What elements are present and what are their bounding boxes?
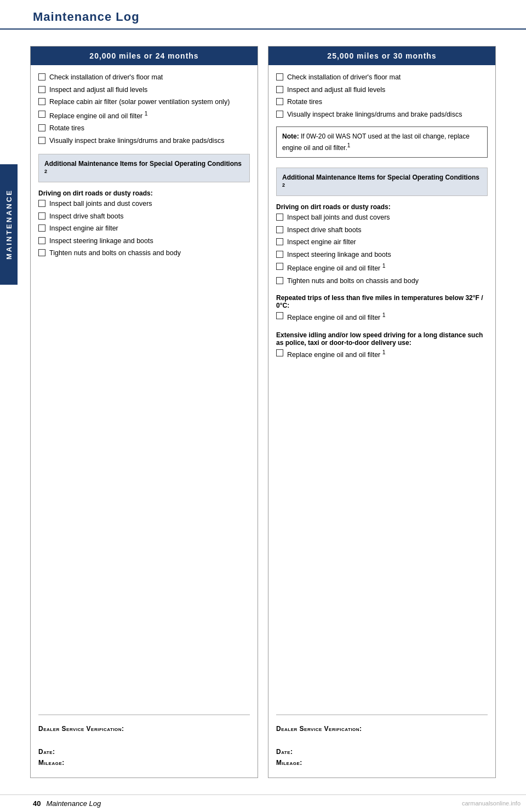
section-box-right: Additional Maintenance Items for Special… bbox=[276, 168, 488, 196]
right-col-body: Check installation of driver's floor mat… bbox=[268, 65, 495, 778]
check-text: Inspect ball joints and dust covers bbox=[49, 199, 152, 209]
left-col-body: Check installation of driver's floor mat… bbox=[31, 65, 258, 778]
right-col-header: 25,000 miles or 30 months bbox=[268, 47, 495, 65]
check-text: Replace engine oil and oil filter 1 bbox=[287, 262, 386, 274]
list-item: Inspect steering linkage and boots bbox=[38, 237, 250, 246]
checkbox[interactable] bbox=[276, 238, 283, 245]
check-text: Tighten nuts and bolts on chassis and bo… bbox=[287, 277, 419, 286]
checkbox[interactable] bbox=[276, 263, 283, 270]
checkbox[interactable] bbox=[276, 98, 283, 105]
check-text: Inspect drive shaft boots bbox=[287, 226, 362, 235]
subsection-title-2: Repeated trips of less than five miles i… bbox=[276, 294, 488, 309]
page: MAINTENANCE Maintenance Log 20,000 miles… bbox=[0, 0, 526, 812]
subsection-title-3: Extensive idling and/or low speed drivin… bbox=[276, 331, 488, 347]
list-item: Check installation of driver's floor mat bbox=[276, 73, 488, 83]
checkbox[interactable] bbox=[276, 73, 283, 80]
superscript: 1 bbox=[382, 349, 386, 355]
list-item: Check installation of driver's floor mat bbox=[38, 73, 250, 83]
checkbox[interactable] bbox=[276, 277, 283, 284]
check-text: Inspect drive shaft boots bbox=[49, 212, 124, 222]
subsection-title-1: Driving on dirt roads or dusty roads: bbox=[276, 203, 488, 211]
check-text: Tighten nuts and bolts on chassis and bo… bbox=[49, 249, 181, 258]
checkbox[interactable] bbox=[38, 237, 45, 244]
superscript: 1 bbox=[382, 312, 386, 318]
check-text: Check installation of driver's floor mat bbox=[49, 73, 163, 83]
check-text: Inspect steering linkage and boots bbox=[49, 237, 153, 246]
check-text: Check installation of driver's floor mat bbox=[287, 73, 401, 83]
sidebar-tab: MAINTENANCE bbox=[0, 164, 18, 285]
list-item: Tighten nuts and bolts on chassis and bo… bbox=[38, 249, 250, 258]
checkbox[interactable] bbox=[38, 249, 45, 256]
date-label: Date: bbox=[276, 748, 488, 756]
checkbox[interactable] bbox=[38, 111, 45, 118]
list-item: Replace engine oil and oil filter 1 bbox=[276, 262, 488, 274]
checkbox[interactable] bbox=[276, 86, 283, 93]
check-text: Rotate tires bbox=[49, 124, 84, 134]
left-col-header: 20,000 miles or 24 months bbox=[31, 47, 258, 65]
page-header: Maintenance Log bbox=[0, 0, 526, 30]
check-text: Visually inspect brake linings/drums and… bbox=[287, 110, 462, 120]
superscript: 1 bbox=[382, 263, 386, 269]
superscript: 1 bbox=[145, 111, 148, 117]
list-item: Replace engine oil and oil filter 1 bbox=[276, 349, 488, 360]
checkbox[interactable] bbox=[276, 214, 283, 221]
list-item: Inspect and adjust all fluid levels bbox=[38, 85, 250, 95]
left-column: 20,000 miles or 24 months Check installa… bbox=[30, 46, 258, 778]
check-text: Inspect ball joints and dust covers bbox=[287, 213, 390, 223]
checkbox[interactable] bbox=[38, 224, 45, 232]
list-item: Inspect engine air filter bbox=[276, 238, 488, 247]
page-number: 40 bbox=[33, 799, 41, 808]
list-item: Replace engine oil and oil filter 1 bbox=[276, 312, 488, 323]
checkbox[interactable] bbox=[38, 86, 45, 93]
list-item: Inspect drive shaft boots bbox=[38, 212, 250, 222]
list-item: Inspect and adjust all fluid levels bbox=[276, 85, 488, 95]
superscript: 2 bbox=[282, 182, 285, 188]
checkbox[interactable] bbox=[276, 111, 283, 118]
note-box: Note: If 0W-20 oil WAS NOT used at the l… bbox=[276, 126, 488, 158]
footer-label: Maintenance Log bbox=[46, 799, 101, 808]
list-item: Tighten nuts and bolts on chassis and bo… bbox=[276, 277, 488, 286]
checkbox[interactable] bbox=[38, 137, 45, 144]
check-text: Replace engine oil and oil filter 1 bbox=[287, 312, 386, 323]
note-label: Note: If 0W-20 oil WAS NOT used at the l… bbox=[282, 133, 470, 152]
sidebar-label: MAINTENANCE bbox=[5, 189, 13, 260]
date-label: Date: bbox=[38, 748, 250, 756]
dealer-verification-label: Dealer Service Verification: bbox=[276, 725, 488, 733]
dealer-section-right: Dealer Service Verification: Date: Milea… bbox=[276, 715, 488, 770]
right-column: 25,000 miles or 30 months Check installa… bbox=[268, 46, 496, 778]
list-item: Inspect steering linkage and boots bbox=[276, 250, 488, 260]
check-text: Inspect and adjust all fluid levels bbox=[287, 85, 385, 95]
watermark: carmanualsonline.info bbox=[462, 800, 521, 807]
subsection-title: Driving on dirt roads or dusty roads: bbox=[38, 189, 250, 197]
mileage-label: Mileage: bbox=[38, 759, 250, 767]
list-item: Inspect ball joints and dust covers bbox=[276, 213, 488, 223]
superscript: 2 bbox=[44, 169, 47, 174]
dealer-section-left: Dealer Service Verification: Date: Milea… bbox=[38, 715, 250, 770]
section-box-title: Additional Maintenance Items for Special… bbox=[44, 160, 242, 177]
check-text: Visually inspect brake linings/drums and… bbox=[49, 136, 224, 146]
list-item: Visually inspect brake linings/drums and… bbox=[276, 110, 488, 120]
list-item: Replace engine oil and oil filter 1 bbox=[38, 110, 250, 122]
check-text: Inspect steering linkage and boots bbox=[287, 250, 391, 260]
check-text: Inspect and adjust all fluid levels bbox=[49, 85, 147, 95]
checkbox[interactable] bbox=[38, 212, 45, 220]
checkbox[interactable] bbox=[38, 124, 45, 131]
section-box-left: Additional Maintenance Items for Special… bbox=[38, 154, 250, 182]
checkbox[interactable] bbox=[276, 349, 283, 356]
checkbox[interactable] bbox=[276, 226, 283, 233]
list-item: Rotate tires bbox=[276, 97, 488, 107]
list-item: Replace cabin air filter (solar power ve… bbox=[38, 97, 250, 107]
checkbox[interactable] bbox=[38, 73, 45, 80]
checkbox[interactable] bbox=[276, 251, 283, 258]
list-item: Rotate tires bbox=[38, 124, 250, 134]
check-text: Inspect engine air filter bbox=[287, 238, 356, 247]
checkbox[interactable] bbox=[38, 200, 45, 207]
checkbox[interactable] bbox=[276, 312, 283, 319]
checkbox[interactable] bbox=[38, 98, 45, 105]
check-text: Replace engine oil and oil filter 1 bbox=[287, 349, 386, 360]
list-item: Visually inspect brake linings/drums and… bbox=[38, 136, 250, 146]
mileage-label: Mileage: bbox=[276, 759, 488, 767]
check-text: Inspect engine air filter bbox=[49, 224, 118, 234]
dealer-verification-label: Dealer Service Verification: bbox=[38, 725, 250, 733]
main-content: 20,000 miles or 24 months Check installa… bbox=[0, 30, 526, 794]
